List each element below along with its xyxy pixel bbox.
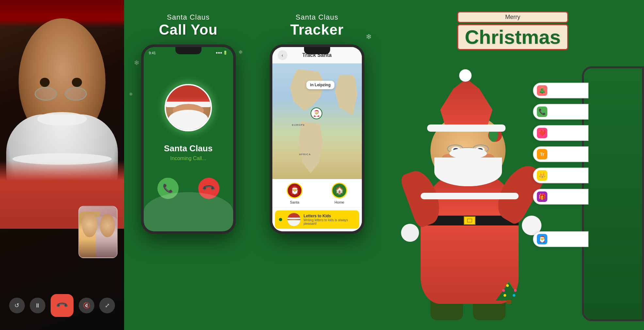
santa-tab-label: Santa <box>290 200 299 204</box>
feature-icon-4: Tr <box>537 149 547 159</box>
eye-right <box>72 78 82 87</box>
hat-ball <box>459 69 472 82</box>
panel3-header: Santa Claus Tracker <box>290 13 344 38</box>
expand-btn[interactable]: ⤢ <box>99 298 115 313</box>
snowflake-p3: ❄ <box>366 33 372 41</box>
santa-avatar <box>165 84 212 131</box>
panel4-title: Christmas <box>457 24 568 50</box>
belt-buckle <box>464 216 475 225</box>
feature-btn-2[interactable]: 📞 <box>533 104 588 120</box>
panel4-main: 🎄 📞 ❤️ Tr 👑 🎁 <box>381 50 644 330</box>
panel3-subtitle: Santa Claus <box>290 13 344 22</box>
letters-title: Letters to Kids <box>304 214 355 218</box>
phone-strip <box>582 66 644 321</box>
caller-name: Santa Claus <box>164 143 213 154</box>
feature-btn-7[interactable]: 🎅 <box>533 231 588 247</box>
phone-mockup-3: ‹ Track Santa EUROPE AFRICA in Leipzing <box>270 44 364 234</box>
mute-btn[interactable]: 🔇 <box>79 298 94 313</box>
snowflake-3: ❄ <box>238 49 243 55</box>
face-1 <box>82 212 97 237</box>
ornament-3 <box>514 289 517 292</box>
map-africa-continent <box>297 121 324 173</box>
face-2 <box>100 214 115 237</box>
panel2-title: Call You <box>159 22 218 38</box>
ornament-1 <box>506 284 509 287</box>
location-bubble: in Leipzing <box>306 81 335 89</box>
phone-mockup-2: 9:41 ●●● 🔋 Santa Claus Incoming Call... … <box>141 44 236 234</box>
glasses-left <box>35 87 57 101</box>
hat-brim <box>427 124 506 132</box>
home-tab[interactable]: 🏠 Home <box>317 179 362 207</box>
phone-notch-3 <box>304 47 330 54</box>
letters-info: Letters to Kids Writing letters to kids … <box>304 214 355 225</box>
glasses-right <box>65 87 87 101</box>
feature-btn-1[interactable]: 🎄 <box>533 83 588 98</box>
panel-video-call: ↺ ⏸ 📞 🔇 ⤢ <box>0 0 124 330</box>
map-label-europe: EUROPE <box>292 124 305 126</box>
avatar-beard <box>168 110 208 130</box>
santa-avatar-ring <box>159 78 218 137</box>
home-tab-label: Home <box>334 200 344 204</box>
panel3-title: Tracker <box>290 22 344 38</box>
end-call-button[interactable]: 📞 <box>51 294 73 317</box>
time: 9:41 <box>149 51 156 55</box>
location-text: in Leipzing <box>310 83 331 87</box>
panel2-header: Santa Claus Call You <box>159 13 218 38</box>
panel-merry-christmas: Merry Christmas <box>381 0 644 330</box>
tree-middle <box>496 283 522 301</box>
ornament-5 <box>513 294 515 297</box>
snowflake-2: ❄ <box>129 91 133 97</box>
pause-btn[interactable]: ⏸ <box>30 298 45 313</box>
call-controls: ↺ ⏸ 📞 🔇 ⤢ <box>0 294 124 317</box>
pip-video <box>78 206 118 258</box>
map-area: EUROPE AFRICA in Leipzing 🎅 <box>272 63 362 179</box>
feature-icon-3: ❤️ <box>537 128 547 138</box>
feature-btn-4[interactable]: Tr <box>533 146 588 162</box>
snowflake-1: ❄ <box>134 59 139 67</box>
back-button[interactable]: ‹ <box>278 50 287 60</box>
letters-avatar <box>287 213 300 226</box>
santa-mustache <box>37 112 87 126</box>
feature-btn-3[interactable]: ❤️ <box>533 125 588 141</box>
tree-trunk <box>507 300 511 304</box>
letters-desc: Writing letters to kids is always pleasa… <box>304 218 355 225</box>
body-trim-top <box>421 193 519 199</box>
big-santa-illustration <box>394 85 551 330</box>
panel2-subtitle: Santa Claus <box>159 13 218 22</box>
feature-icon-5: 👑 <box>537 170 547 181</box>
wave-decoration <box>144 192 233 231</box>
panel4-banner-text: Merry <box>505 14 520 20</box>
phone-strip-screen <box>584 68 642 319</box>
avatar-hat <box>166 85 211 103</box>
feature-btn-5[interactable]: 👑 <box>533 168 588 183</box>
pin-icon: 🎅 <box>311 107 322 119</box>
letters-avatar-beard <box>287 220 300 226</box>
phone-notch-2 <box>175 47 201 54</box>
ornament-2 <box>502 289 505 292</box>
letters-avatar-brim <box>287 218 300 219</box>
panel4-header: Merry Christmas <box>457 11 568 50</box>
rotate-btn[interactable]: ↺ <box>9 298 25 313</box>
feature-icon-2: 📞 <box>537 107 547 117</box>
phone-screen-3: ‹ Track Santa EUROPE AFRICA in Leipzing <box>272 47 362 231</box>
home-tab-icon: 🏠 <box>331 183 347 198</box>
feature-icon-6: 🎁 <box>537 191 547 202</box>
incoming-call-text: Incoming Call... <box>170 156 206 161</box>
panel-call-you: ❄ ❄ ❄ Santa Claus Call You 9:41 ●●● 🔋 <box>124 0 252 330</box>
feature-icon-1: 🎄 <box>537 85 547 96</box>
phone-screen-2: 9:41 ●●● 🔋 Santa Claus Incoming Call... … <box>144 47 233 231</box>
glove-left <box>401 224 419 242</box>
panel-tracker: ❄ Santa Claus Tracker ‹ Track Santa <box>252 0 381 330</box>
christmas-tree <box>496 271 522 304</box>
santa-tab[interactable]: 🎅 Santa <box>272 179 317 207</box>
tracker-tabs: 🎅 Santa 🏠 Home <box>272 179 362 208</box>
feature-btn-6[interactable]: 🎁 <box>533 189 588 205</box>
panel4-banner: Merry <box>457 11 568 23</box>
santa-collar <box>12 153 112 165</box>
letters-card[interactable]: Letters to Kids Writing letters to kids … <box>275 210 359 229</box>
belt-buckle-inner <box>467 219 472 223</box>
side-feature-panel: 🎄 📞 ❤️ Tr 👑 🎁 <box>559 50 644 330</box>
tracker-bottom-panel: 🎅 Santa 🏠 Home L <box>272 179 362 231</box>
letters-dot <box>279 218 282 221</box>
map-asia-snippet <box>335 75 357 115</box>
